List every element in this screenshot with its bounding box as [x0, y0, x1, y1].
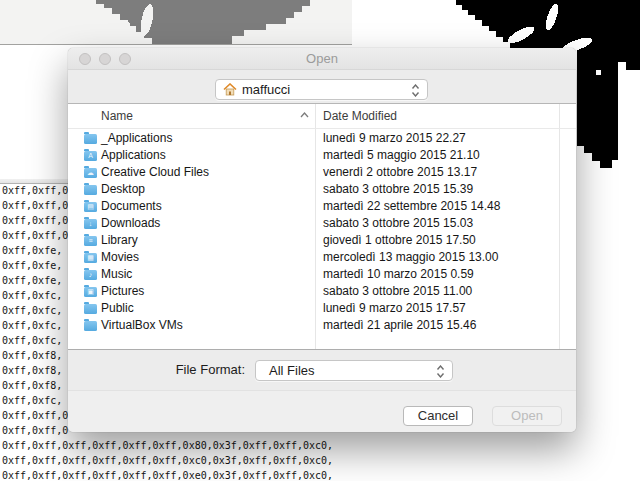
file-date-modified: martedì 5 maggio 2015 21.10 — [323, 148, 480, 162]
file-name: _Applications — [101, 131, 172, 145]
folder-emblem: ☁ — [84, 168, 97, 178]
folder-emblem: ≡ — [84, 236, 97, 246]
file-row[interactable]: AApplicationsmartedì 5 maggio 2015 21.10 — [68, 147, 576, 164]
folder-icon: ↓ — [84, 219, 97, 229]
folder-icon: ▦ — [84, 253, 97, 263]
file-date-modified: martedì 10 marzo 2015 0.59 — [323, 267, 474, 281]
file-date-modified: giovedì 1 ottobre 2015 17.50 — [323, 233, 476, 247]
updown-chevrons-icon — [436, 365, 445, 378]
location-value: maffucci — [242, 82, 290, 97]
folder-emblem: ↓ — [84, 219, 97, 229]
file-date-modified: mercoledì 13 maggio 2015 13.00 — [323, 250, 498, 264]
file-row[interactable]: ♪Musicmartedì 10 marzo 2015 0.59 — [68, 266, 576, 283]
file-date-modified: sabato 3 ottobre 2015 15.03 — [323, 216, 473, 230]
file-name: Desktop — [101, 182, 145, 196]
file-date-modified: lunedì 9 marzo 2015 17.57 — [323, 301, 466, 315]
file-name: Documents — [101, 199, 162, 213]
file-name: Public — [101, 301, 134, 315]
file-list-rows: _Applicationslunedì 9 marzo 2015 22.27AA… — [68, 130, 576, 334]
column-header-name[interactable]: Name — [101, 109, 133, 123]
file-list: Name Date Modified _Applicationslunedì 9… — [68, 103, 576, 350]
file-row[interactable]: ▦Moviesmercoledì 13 maggio 2015 13.00 — [68, 249, 576, 266]
open-dialog: Open maffucci Name — [68, 48, 576, 432]
file-name: Downloads — [101, 216, 160, 230]
screen: 0xff,0xff,0 0xff,0xff,0 0xff,0xff,0 0xff… — [0, 0, 640, 481]
file-row[interactable]: VirtualBox VMsmartedì 21 aprile 2015 15.… — [68, 317, 576, 334]
file-name: Creative Cloud Files — [101, 165, 209, 179]
file-row[interactable]: ▣Picturessabato 3 ottobre 2015 11.00 — [68, 283, 576, 300]
folder-icon: ≡ — [84, 236, 97, 246]
updown-chevrons-icon — [411, 84, 420, 97]
dialog-title: Open — [68, 48, 576, 70]
pixelated-gray-shape — [0, 0, 352, 45]
folder-emblem: ▣ — [84, 287, 97, 297]
file-date-modified: lunedì 9 marzo 2015 22.27 — [323, 131, 466, 145]
folder-icon — [84, 304, 97, 314]
folder-icon — [84, 321, 97, 331]
file-format-label: File Format: — [176, 362, 245, 377]
file-name: Applications — [101, 148, 166, 162]
dialog-toolbar: maffucci — [68, 70, 576, 103]
file-name: VirtualBox VMs — [101, 318, 183, 332]
open-button[interactable]: Open — [492, 406, 562, 426]
file-name: Pictures — [101, 284, 144, 298]
folder-icon: ▣ — [84, 287, 97, 297]
folder-emblem: ▤ — [84, 202, 97, 212]
folder-icon — [84, 185, 97, 195]
file-name: Library — [101, 233, 138, 247]
folder-icon: A — [84, 151, 97, 161]
folder-emblem: ♪ — [84, 270, 97, 280]
folder-icon: ☁ — [84, 168, 97, 178]
file-format-dropdown[interactable]: All Files — [255, 360, 453, 381]
file-name: Music — [101, 267, 132, 281]
file-date-modified: martedì 21 aprile 2015 15.46 — [323, 318, 476, 332]
column-header-date-modified[interactable]: Date Modified — [323, 109, 397, 123]
file-row[interactable]: ↓Downloadssabato 3 ottobre 2015 15.03 — [68, 215, 576, 232]
folder-icon — [84, 134, 97, 144]
file-row[interactable]: Desktopsabato 3 ottobre 2015 15.39 — [68, 181, 576, 198]
cancel-button[interactable]: Cancel — [403, 406, 473, 426]
home-icon — [223, 83, 237, 96]
location-dropdown[interactable]: maffucci — [215, 79, 428, 100]
file-date-modified: martedì 22 settembre 2015 14.48 — [323, 199, 500, 213]
file-row[interactable]: Publiclunedì 9 marzo 2015 17.57 — [68, 300, 576, 317]
file-date-modified: venerdì 2 ottobre 2015 13.17 — [323, 165, 477, 179]
file-row[interactable]: ≡Librarygiovedì 1 ottobre 2015 17.50 — [68, 232, 576, 249]
file-name: Movies — [101, 250, 139, 264]
file-format-section: File Format: All Files — [68, 350, 576, 390]
file-row[interactable]: _Applicationslunedì 9 marzo 2015 22.27 — [68, 130, 576, 147]
folder-icon: ▤ — [84, 202, 97, 212]
folder-emblem: ▦ — [84, 253, 97, 263]
file-format-value: All Files — [269, 363, 315, 378]
folder-icon: ♪ — [84, 270, 97, 280]
file-date-modified: sabato 3 ottobre 2015 11.00 — [323, 284, 472, 298]
dialog-footer: Cancel Open — [68, 390, 576, 432]
file-row[interactable]: ▤Documentsmartedì 22 settembre 2015 14.4… — [68, 198, 576, 215]
folder-emblem: A — [84, 151, 97, 161]
file-row[interactable]: ☁Creative Cloud Filesvenerdì 2 ottobre 2… — [68, 164, 576, 181]
file-list-header: Name Date Modified — [68, 104, 576, 129]
file-date-modified: sabato 3 ottobre 2015 15.39 — [323, 182, 473, 196]
dialog-titlebar[interactable]: Open — [68, 48, 576, 70]
chevron-up-icon — [300, 112, 309, 118]
